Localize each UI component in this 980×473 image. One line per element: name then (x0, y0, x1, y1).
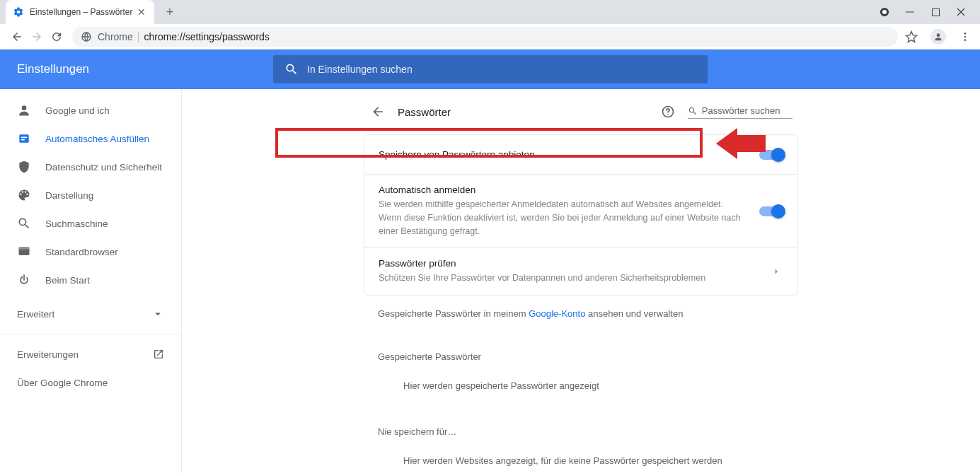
search-icon (284, 62, 299, 76)
sidebar-item-label: Standardbrowser (45, 247, 118, 257)
sidebar-divider (0, 334, 181, 334)
shield-icon (17, 160, 31, 174)
sidebar-item-label: Suchmaschine (45, 218, 108, 229)
forward-nav-button[interactable] (27, 27, 47, 47)
account-link-suffix: ansehen und verwalten (585, 308, 683, 319)
sidebar-item-autofill[interactable]: Automatisches Ausfüllen (0, 124, 181, 153)
palette-icon (17, 188, 31, 202)
close-tab-icon[interactable]: ✕ (136, 6, 147, 18)
password-search[interactable] (688, 105, 792, 119)
section-saved-passwords-title: Gespeicherte Passwörter (364, 351, 798, 362)
sidebar-item-privacy[interactable]: Datenschutz und Sicherheit (0, 153, 181, 181)
svg-rect-3 (932, 8, 939, 16)
svg-point-7 (964, 35, 967, 37)
row-auto-signin-desc: Sie werden mithilfe gespeicherter Anmeld… (379, 198, 745, 238)
url-path: chrome://settings/passwords (144, 31, 269, 42)
window-controls (865, 0, 980, 24)
sidebar-item-label: Google und ich (45, 105, 110, 116)
sidebar-item-about[interactable]: Über Google Chrome (0, 368, 181, 397)
gear-icon (13, 6, 24, 18)
sidebar-item-search-engine[interactable]: Suchmaschine (0, 209, 181, 238)
minimize-icon[interactable] (905, 7, 915, 17)
sidebar-item-label: Automatisches Ausfüllen (45, 134, 149, 144)
settings-header: Einstellungen (0, 49, 980, 89)
section-saved-passwords-empty: Hier werden gespeicherte Passwörter ange… (364, 365, 798, 407)
sidebar-item-on-startup[interactable]: Beim Start (0, 266, 181, 294)
sidebar-item-appearance[interactable]: Darstellung (0, 181, 181, 209)
new-tab-button[interactable]: + (160, 2, 180, 22)
sidebar-extensions-label: Erweiterungen (17, 349, 79, 360)
svg-rect-2 (906, 12, 914, 13)
maximize-icon[interactable] (930, 7, 940, 17)
browser-icon (17, 245, 31, 259)
chevron-down-icon (151, 308, 164, 320)
profile-avatar[interactable] (930, 29, 946, 45)
sidebar-advanced-toggle[interactable]: Erweitert (0, 300, 181, 328)
person-icon (17, 103, 31, 117)
account-link-prefix: Gespeicherte Passwörter in meinem (378, 308, 529, 319)
close-window-icon[interactable] (956, 7, 966, 17)
settings-header-title: Einstellungen (17, 62, 273, 76)
row-check-title: Passwörter prüfen (379, 258, 755, 269)
page-back-button[interactable] (367, 100, 389, 123)
menu-kebab-icon[interactable] (957, 29, 973, 45)
external-link-icon (153, 349, 164, 360)
url-scheme: Chrome (98, 31, 133, 42)
sidebar: Google und ich Automatisches Ausfüllen D… (0, 89, 181, 473)
password-search-input[interactable] (702, 105, 792, 116)
bookmark-star-icon[interactable] (904, 29, 919, 45)
account-link-row: Gespeicherte Passwörter in meinem Google… (364, 296, 798, 332)
back-nav-button[interactable] (7, 27, 27, 47)
browser-tab-strip: Einstellungen – Passwörter ✕ + (0, 0, 980, 24)
sidebar-item-default-browser[interactable]: Standardbrowser (0, 238, 181, 266)
row-check-passwords[interactable]: Passwörter prüfen Schützen Sie Ihre Pass… (364, 248, 797, 295)
settings-search[interactable] (273, 55, 708, 83)
autofill-icon (17, 132, 31, 146)
svg-point-5 (937, 33, 940, 37)
svg-rect-10 (19, 134, 28, 143)
sidebar-item-label: Darstellung (45, 190, 93, 201)
svg-rect-14 (19, 247, 30, 249)
chevron-right-icon (769, 264, 783, 279)
url-separator: | (137, 31, 140, 42)
help-icon (661, 105, 675, 119)
sidebar-about-label: Über Google Chrome (17, 378, 108, 388)
sidebar-item-google-and-me[interactable]: Google und ich (0, 96, 181, 124)
tab-title: Einstellungen – Passwörter (30, 7, 136, 17)
google-account-link[interactable]: Google-Konto (529, 308, 585, 319)
svg-point-9 (22, 105, 27, 110)
help-button[interactable] (657, 100, 679, 123)
section-never-save-title: Nie speichern für… (364, 426, 798, 437)
sidebar-advanced-label: Erweitert (17, 309, 54, 320)
svg-point-16 (667, 114, 669, 115)
svg-rect-11 (21, 137, 27, 139)
row-auto-signin-title: Automatisch anmelden (379, 185, 745, 195)
url-input[interactable]: Chrome | chrome://settings/passwords (72, 27, 898, 47)
address-bar: Chrome | chrome://settings/passwords (0, 24, 980, 49)
browser-tab-active[interactable]: Einstellungen – Passwörter ✕ (6, 0, 154, 24)
power-icon (17, 273, 31, 287)
row-check-desc: Schützen Sie Ihre Passwörter vor Datenpa… (379, 271, 755, 285)
search-icon (688, 105, 698, 117)
row-offer-save-title: Speichern von Passwörtern anbieten (379, 149, 745, 160)
page-title: Passwörter (398, 106, 451, 118)
sidebar-item-label: Beim Start (45, 275, 90, 286)
sidebar-item-label: Datenschutz und Sicherheit (45, 162, 162, 173)
svg-rect-12 (21, 139, 25, 141)
search-icon (17, 216, 31, 230)
row-auto-signin[interactable]: Automatisch anmelden Sie werden mithilfe… (364, 175, 797, 248)
svg-point-6 (964, 33, 967, 35)
settings-search-input[interactable] (307, 64, 696, 75)
toggle-auto-signin[interactable] (759, 206, 783, 216)
record-icon[interactable] (880, 7, 889, 17)
main-panel: Passwörter Speichern von Passwörtern anb… (181, 89, 980, 473)
svg-point-8 (964, 39, 967, 41)
section-never-save-empty: Hier werden Websites angezeigt, für die … (364, 440, 798, 473)
svg-point-1 (882, 10, 887, 14)
globe-icon (81, 31, 92, 42)
reload-button[interactable] (47, 27, 67, 47)
sidebar-item-extensions[interactable]: Erweiterungen (0, 340, 181, 368)
